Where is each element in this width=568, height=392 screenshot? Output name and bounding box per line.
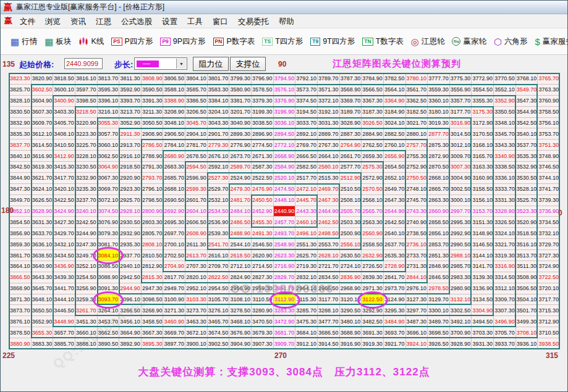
grid-center-cell: 2440.90	[274, 206, 296, 217]
grid-cell: 2779.30	[208, 140, 230, 151]
start-price-input[interactable]	[64, 58, 103, 69]
menu-item-1[interactable]: 浏览	[40, 17, 66, 26]
grid-cell: 3736.90	[538, 206, 560, 217]
grid-cell: 3530.50	[516, 173, 538, 184]
grid-cell: 3828.10	[9, 96, 32, 107]
grid-cell: 3866.50	[9, 272, 32, 283]
toolbar-item-winner-wheel[interactable]: Big赢家轮	[452, 36, 486, 47]
grid-cell: 3031.30	[318, 118, 340, 129]
grid-cell: 3837.70	[9, 140, 32, 151]
menu-item-5[interactable]: 设置	[157, 17, 182, 26]
grid-cell: 2625.70	[295, 250, 318, 261]
toolbar-item-label: 行情	[22, 36, 37, 47]
toolbar-item-market-table[interactable]: ▦行情	[11, 36, 37, 47]
grid-cell: 2832.10	[295, 272, 318, 283]
grid-cell: 3823.30	[9, 73, 32, 85]
toolbar-item-time-number-table[interactable]: TNT数字表	[362, 36, 403, 47]
grid-cell: 3168.10	[472, 140, 494, 151]
grid-cell: 3741.70	[538, 184, 560, 195]
page-title: 江恩矩阵图表关键位测算预判	[333, 58, 461, 70]
grid-cell: 2841.70	[384, 272, 406, 283]
grid-cell: 2781.70	[185, 140, 208, 151]
grid-cell: 3693.70	[384, 327, 406, 338]
grid-cell: 3165.70	[472, 151, 494, 162]
grid-cell: 3873.70	[9, 305, 32, 316]
grid-cell: 3556.90	[450, 85, 472, 96]
grid-cell: 3364.90	[384, 96, 406, 107]
toolbar-item-nine-time-square[interactable]: T99T四方形	[310, 36, 355, 47]
toolbar-item-time-square[interactable]: TST四方形	[262, 36, 303, 47]
grid-cell: 2491.30	[252, 228, 274, 239]
toolbar-item-kline-candles[interactable]: K线	[78, 36, 104, 47]
grid-cell: 3127.30	[406, 294, 428, 306]
grid-cell: 2539.30	[208, 228, 230, 239]
grid-cell: 2719.30	[295, 261, 318, 272]
grid-cell: 2930.50	[119, 217, 142, 228]
grid-cell: 3523.30	[516, 206, 538, 217]
menu-item-9[interactable]: 帮助	[274, 17, 299, 26]
toolbar-item-sector-blocks[interactable]: ▦板块	[45, 36, 71, 47]
grid-cell: 3744.10	[538, 173, 560, 184]
menu-item-8[interactable]: 交易委托	[233, 17, 274, 26]
grid-cell: 2774.50	[252, 140, 274, 151]
grid-cell: 2644.90	[384, 206, 406, 217]
grid-cell: 2736.10	[406, 239, 428, 250]
grid-cell: 3038.50	[252, 118, 274, 129]
grid-cell: 3739.30	[538, 195, 560, 206]
toolbar-item-nine-price-square[interactable]: P99P四方形	[160, 36, 205, 47]
toolbar-item-gann-wheel[interactable]: ◎江恩轮	[411, 36, 445, 47]
grid-cell: 3139.30	[472, 272, 494, 283]
grid-cell: 2700.10	[163, 239, 185, 250]
grid-cell: 2632.90	[362, 250, 384, 261]
grid-cell: 2762.50	[362, 140, 384, 151]
grid-cell: 3309.70	[494, 294, 516, 306]
grid-cell: 2488.90	[229, 228, 252, 239]
menu-item-0[interactable]: 文件	[15, 17, 40, 26]
grid-cell: 2544.10	[229, 239, 252, 250]
toolbar-item-label: P四方形	[125, 36, 153, 47]
support-button[interactable]: 支撑位	[230, 57, 266, 71]
toolbar-item-label: 赢家轮	[463, 36, 486, 47]
grid-cell: 2731.30	[406, 261, 428, 272]
grid-cell: 3631.30	[32, 217, 54, 228]
grid-cell: 2820.10	[185, 272, 208, 283]
step-combobox[interactable]: ▼	[134, 57, 187, 70]
grid-cell: 2467.30	[318, 195, 340, 206]
grid-cell: 3513.70	[516, 250, 538, 261]
grid-cell: 3835.30	[9, 128, 32, 140]
grid-cell: 3616.90	[32, 151, 54, 162]
grid-cell: 3194.50	[295, 107, 318, 118]
grid-cell: 2738.50	[406, 228, 428, 239]
grid-cell: 3825.70	[9, 85, 32, 96]
menu-item-4[interactable]: 公式选股	[116, 17, 157, 26]
toolbar-item-price-number-table[interactable]: PNP数字表	[213, 36, 255, 47]
grid-cell: 3024.10	[384, 118, 406, 129]
menu-item-3[interactable]: 江恩	[91, 17, 116, 26]
grid-cell: 3381.70	[229, 96, 252, 107]
grid-cell: 3206.50	[185, 107, 208, 118]
grid-cell: 3456.10	[119, 316, 142, 327]
grid-cell: 2678.50	[185, 151, 208, 162]
toolbar-item-hexagon[interactable]: ⬡六角形	[494, 36, 528, 47]
grid-cell: 3230.50	[75, 162, 98, 173]
grid-cell: 2635.30	[384, 250, 406, 261]
combo-dropdown-arrow-icon[interactable]: ▼	[176, 59, 186, 69]
grid-cell: 2810.50	[142, 250, 164, 261]
menu-item-7[interactable]: 窗口	[208, 17, 233, 26]
grid-cell: 3583.30	[208, 85, 230, 96]
resistance-button[interactable]: 阻力位	[193, 57, 229, 71]
toolbar-item-service-dollar[interactable]: $赢家服务	[535, 36, 568, 47]
grid-cell: 2944.90	[119, 283, 142, 294]
grid-cell: 2608.90	[185, 228, 208, 239]
grid-cell: 2800.90	[142, 206, 164, 217]
grid-cell: 2748.10	[406, 184, 428, 195]
market-table-icon: ▦	[11, 37, 19, 46]
grid-cell: 2961.70	[274, 283, 296, 294]
menu-item-2[interactable]: 资讯	[66, 17, 91, 26]
grid-cell: 2856.10	[428, 228, 450, 239]
grid-cell: 2464.90	[318, 206, 340, 217]
grid-cell: 3931.30	[472, 338, 494, 349]
grid-cell: 3799.30	[229, 73, 252, 85]
toolbar-item-price-square[interactable]: PSP四方形	[111, 36, 153, 47]
menu-item-6[interactable]: 工具	[182, 17, 208, 26]
